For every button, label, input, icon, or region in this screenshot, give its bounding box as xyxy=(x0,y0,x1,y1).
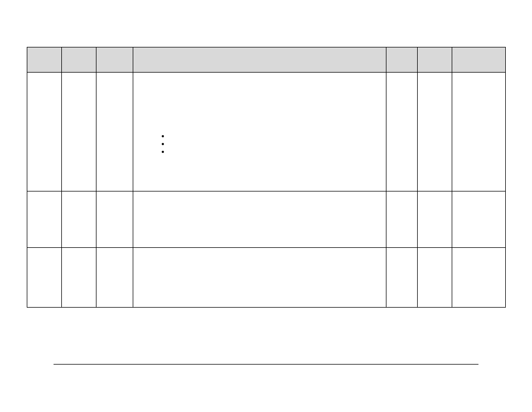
table-cell xyxy=(386,73,418,191)
table-row xyxy=(27,73,506,191)
bullet-icon xyxy=(162,143,164,145)
page xyxy=(0,0,532,412)
cell-text xyxy=(133,248,386,255)
header-label xyxy=(27,47,61,54)
cell-text xyxy=(62,248,96,255)
table-cell xyxy=(418,73,452,191)
data-table xyxy=(27,47,506,308)
header-label xyxy=(96,47,133,54)
header-label xyxy=(418,47,452,54)
cell-text xyxy=(133,73,386,79)
table-cell xyxy=(62,73,96,191)
table-header-row xyxy=(27,47,506,73)
table-cell xyxy=(133,248,386,308)
header-label xyxy=(386,47,417,54)
cell-text xyxy=(418,191,452,198)
table-row xyxy=(27,191,506,248)
cell-text xyxy=(452,73,505,79)
table-cell xyxy=(27,73,62,191)
table-cell xyxy=(96,73,133,191)
table-header-cell xyxy=(386,47,418,73)
cell-text xyxy=(133,191,386,198)
table-cell xyxy=(386,191,418,248)
header-label xyxy=(62,47,96,54)
cell-text xyxy=(27,248,61,255)
table-header-cell xyxy=(133,47,386,73)
cell-text xyxy=(27,73,61,79)
bullet-icon xyxy=(162,151,164,153)
table-cell xyxy=(27,248,62,308)
cell-text xyxy=(386,73,417,79)
table-cell xyxy=(27,191,62,248)
cell-text xyxy=(452,248,505,255)
cell-text xyxy=(62,191,96,198)
table-header-cell xyxy=(418,47,452,73)
table-cell xyxy=(96,191,133,248)
footer-divider xyxy=(54,364,478,365)
cell-text xyxy=(386,191,417,198)
header-label xyxy=(452,47,505,54)
table-cell xyxy=(452,191,506,248)
table-header-cell xyxy=(62,47,96,73)
table-cell xyxy=(418,191,452,248)
table-cell xyxy=(386,248,418,308)
table-cell xyxy=(418,248,452,308)
header-label xyxy=(133,47,386,54)
cell-text xyxy=(418,73,452,79)
cell-text xyxy=(96,248,133,255)
cell-text xyxy=(96,191,133,198)
bullet-icon xyxy=(162,135,164,137)
bullet-list xyxy=(162,130,164,159)
table-cell xyxy=(452,248,506,308)
cell-text xyxy=(96,73,133,79)
table-cell xyxy=(62,248,96,308)
cell-text xyxy=(452,191,505,198)
table-cell xyxy=(62,191,96,248)
table-header-cell xyxy=(27,47,62,73)
table-header-cell xyxy=(452,47,506,73)
table-cell xyxy=(96,248,133,308)
cell-text xyxy=(386,248,417,255)
cell-text xyxy=(27,191,61,198)
table-row xyxy=(27,248,506,308)
table-cell xyxy=(133,191,386,248)
table-cell xyxy=(133,73,386,191)
cell-text xyxy=(62,73,96,79)
table-cell xyxy=(452,73,506,191)
cell-text xyxy=(418,248,452,255)
table-header-cell xyxy=(96,47,133,73)
